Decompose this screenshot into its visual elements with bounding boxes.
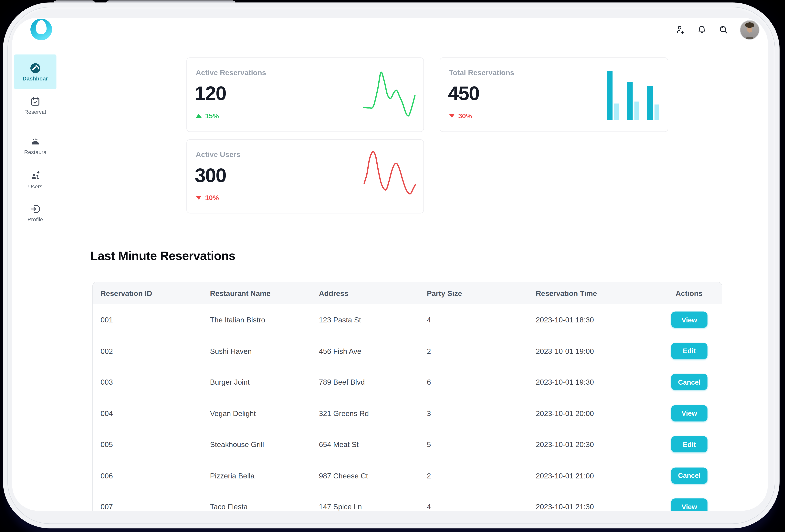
stat-change: 10%	[196, 194, 219, 202]
cell-party-size: 4	[419, 315, 528, 324]
tablet-frame: DashboarReservatRestauraUsersProfile Act…	[3, 3, 780, 529]
sidebar-item-restaura[interactable]: Restaura	[14, 136, 56, 155]
cell-address: 654 Meat St	[311, 440, 419, 449]
sidebar: DashboarReservatRestauraUsersProfile	[12, 18, 65, 511]
edit-button[interactable]: Edit	[671, 343, 708, 359]
cell-actions: Edit	[668, 436, 722, 453]
table-row: 001The Italian Bistro123 Pasta St42023-1…	[93, 304, 722, 335]
cell-reservation-id: 001	[93, 315, 202, 324]
add-user-button[interactable]	[675, 25, 685, 35]
sidebar-item-users[interactable]: Users	[14, 171, 56, 189]
table-row: 002Sushi Haven456 Fish Ave22023-10-01 19…	[93, 335, 722, 366]
column-header: Restaurant Name	[202, 289, 311, 297]
sidebar-item-label: Users	[28, 183, 42, 189]
restaurant-icon	[30, 136, 41, 147]
user-plus-icon	[30, 171, 41, 181]
column-header: Address	[311, 289, 419, 297]
topbar	[65, 18, 768, 42]
edit-button[interactable]: Edit	[671, 436, 708, 453]
stat-title: Active Users	[196, 150, 240, 158]
cell-party-size: 2	[419, 347, 528, 355]
trend-down-icon	[196, 196, 202, 200]
stat-value: 120	[195, 82, 226, 105]
cell-reservation-time: 2023-10-01 20:30	[528, 440, 668, 449]
sidebar-item-label: Dashboar	[23, 75, 48, 81]
sidebar-item-profile[interactable]: Profile	[14, 204, 56, 222]
view-button[interactable]: View	[671, 499, 708, 511]
cell-actions: Edit	[668, 343, 722, 359]
sign-in-icon	[30, 204, 41, 214]
cell-actions: View	[668, 312, 722, 328]
trend-up-icon	[196, 114, 202, 118]
cell-party-size: 5	[419, 440, 528, 449]
cell-actions: Cancel	[668, 374, 722, 390]
column-header: Actions	[668, 289, 722, 297]
stat-value: 450	[448, 82, 479, 105]
stat-card-total-reservations: Total Reservations 450 30%	[439, 57, 668, 132]
cell-reservation-time: 2023-10-01 18:30	[528, 315, 668, 324]
cell-reservation-time: 2023-10-01 19:00	[528, 347, 668, 355]
cell-reservation-id: 003	[93, 378, 202, 386]
cell-restaurant-name: Vegan Delight	[202, 409, 311, 417]
table-row: 007Taco Fiesta147 Spice Ln42023-10-01 21…	[93, 491, 722, 511]
cell-reservation-time: 2023-10-01 21:00	[528, 471, 668, 480]
section-title: Last Minute Reservations	[90, 249, 235, 263]
app-screen: DashboarReservatRestauraUsersProfile Act…	[12, 18, 768, 511]
sidebar-item-reservat[interactable]: Reservat	[14, 96, 56, 115]
sidebar-item-dashboar[interactable]: Dashboar	[14, 55, 56, 90]
cell-restaurant-name: Steakhouse Grill	[202, 440, 311, 449]
user-avatar[interactable]	[740, 20, 759, 40]
cell-actions: Cancel	[668, 467, 722, 484]
reservations-table: Reservation IDRestaurant NameAddressPart…	[92, 282, 722, 511]
cell-actions: View	[668, 499, 722, 511]
table-row: 004Vegan Delight321 Greens Rd32023-10-01…	[93, 398, 722, 429]
cell-address: 123 Pasta St	[311, 315, 419, 324]
stat-change-value: 30%	[458, 112, 472, 120]
cell-address: 789 Beef Blvd	[311, 378, 419, 386]
sparkline-chart	[363, 149, 416, 200]
table-header-row: Reservation IDRestaurant NameAddressPart…	[93, 282, 722, 304]
stat-title: Active Reservations	[196, 68, 266, 77]
calendar-check-icon	[30, 96, 41, 107]
stat-change-value: 10%	[205, 194, 219, 202]
notifications-button[interactable]	[697, 25, 707, 35]
search-button[interactable]	[718, 25, 729, 35]
cell-reservation-time: 2023-10-01 19:30	[528, 378, 668, 386]
cell-address: 456 Fish Ave	[311, 347, 419, 355]
cancel-button[interactable]: Cancel	[671, 467, 708, 484]
cell-party-size: 3	[419, 409, 528, 417]
app-logo	[30, 19, 52, 40]
cell-restaurant-name: Sushi Haven	[202, 347, 311, 355]
stat-title: Total Reservations	[449, 68, 514, 77]
table-row: 003Burger Joint789 Beef Blvd62023-10-01 …	[93, 366, 722, 398]
view-button[interactable]: View	[671, 312, 708, 328]
topbar-actions	[675, 25, 729, 35]
cell-reservation-id: 007	[93, 503, 202, 511]
stat-change: 15%	[196, 112, 219, 120]
add-user-icon	[675, 25, 685, 35]
cell-reservation-id: 002	[93, 347, 202, 355]
column-header: Reservation Time	[528, 289, 668, 297]
cancel-button[interactable]: Cancel	[671, 374, 708, 390]
cell-party-size: 4	[419, 503, 528, 511]
cell-actions: View	[668, 405, 722, 421]
cell-restaurant-name: Burger Joint	[202, 378, 311, 386]
cell-reservation-id: 006	[93, 471, 202, 480]
stat-value: 300	[195, 164, 226, 186]
column-header: Party Size	[419, 289, 528, 297]
cell-restaurant-name: Pizzeria Bella	[202, 471, 311, 480]
table-body: 001The Italian Bistro123 Pasta St42023-1…	[93, 304, 722, 511]
logo-egg-shape	[36, 20, 47, 34]
view-button[interactable]: View	[671, 405, 708, 421]
stat-change-value: 15%	[205, 112, 219, 120]
sidebar-item-label: Profile	[27, 217, 43, 222]
table-row: 006Pizzeria Bella987 Cheese Ct22023-10-0…	[93, 460, 722, 491]
cell-party-size: 6	[419, 378, 528, 386]
stat-change: 30%	[449, 112, 472, 120]
cell-party-size: 2	[419, 471, 528, 480]
sparkline-chart	[363, 69, 416, 122]
sidebar-item-label: Restaura	[24, 149, 47, 155]
cell-reservation-id: 005	[93, 440, 202, 449]
table-row: 005Steakhouse Grill654 Meat St52023-10-0…	[93, 429, 722, 460]
search-icon	[718, 25, 729, 35]
